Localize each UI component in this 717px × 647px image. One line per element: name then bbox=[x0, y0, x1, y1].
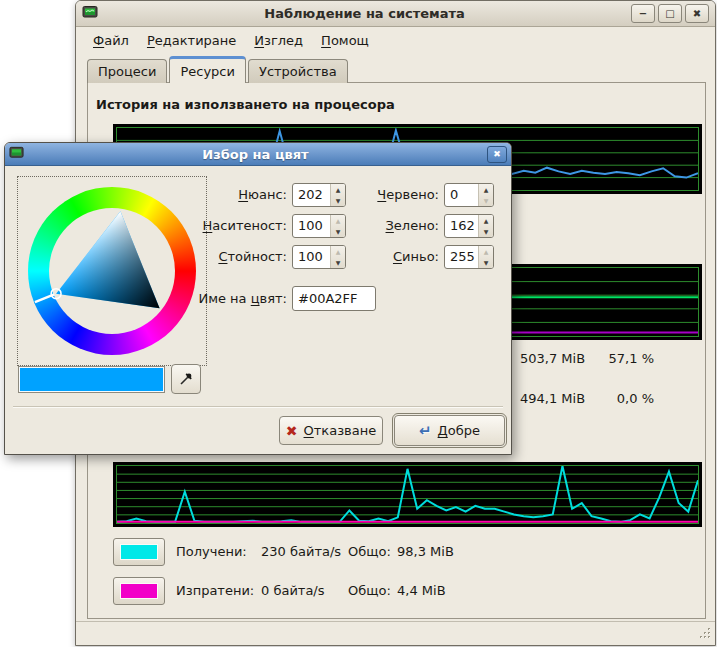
received-total: 98,3 MiB bbox=[397, 538, 454, 566]
menu-view[interactable]: Изглед bbox=[245, 30, 312, 51]
tabbar: Процеси Ресурси Устройства bbox=[87, 56, 350, 83]
close-button[interactable]: ✖ bbox=[685, 4, 709, 23]
maximize-button[interactable]: □ bbox=[658, 4, 682, 23]
sent-total: 4,4 MiB bbox=[397, 577, 446, 605]
swap-used-percent: 0,0 % bbox=[584, 391, 654, 406]
swap-legend-row: 494,1 MiB 0,0 % bbox=[520, 391, 660, 409]
eyedropper-button[interactable] bbox=[171, 364, 201, 394]
value-value[interactable]: 100 bbox=[293, 246, 330, 268]
maximize-icon: □ bbox=[665, 8, 674, 19]
cancel-x-icon: ✖ bbox=[286, 423, 298, 439]
tab-resources[interactable]: Ресурси bbox=[169, 56, 246, 83]
memory-used-value: 503,7 MiB bbox=[520, 351, 585, 366]
sent-color-button[interactable] bbox=[113, 577, 165, 605]
minimize-button[interactable]: − bbox=[631, 4, 655, 23]
ok-return-arrow-icon: ↵ bbox=[419, 422, 432, 440]
cpu-section-title: История на използването на процесора bbox=[96, 97, 395, 112]
network-history-chart bbox=[113, 462, 702, 527]
memory-legend-row: 503,7 MiB 57,1 % bbox=[520, 351, 660, 369]
red-label: Червено: bbox=[335, 187, 439, 204]
color-name-label: Име на цвят: bbox=[155, 291, 287, 308]
color-name-input[interactable] bbox=[292, 286, 376, 311]
value-label: Стойност: bbox=[175, 249, 287, 266]
green-value[interactable]: 162 bbox=[445, 215, 478, 237]
color-picker-dialog: Избор на цвят ✖ bbox=[4, 142, 512, 455]
memory-used-percent: 57,1 % bbox=[584, 351, 654, 366]
cancel-button[interactable]: ✖ Отказване bbox=[279, 416, 383, 445]
sent-color-swatch bbox=[120, 583, 158, 599]
menu-help[interactable]: Помощ bbox=[312, 30, 378, 51]
sent-label: Изпратени: bbox=[176, 577, 254, 605]
received-rate: 230 байта/s bbox=[261, 538, 341, 566]
ok-button[interactable]: ↵ Добре bbox=[394, 415, 505, 446]
menu-file[interactable]: Файл bbox=[84, 30, 138, 51]
swap-used-value: 494,1 MiB bbox=[520, 391, 585, 406]
network-sent-row: Изпратени: 0 байта/s Общо: 4,4 MiB bbox=[88, 577, 707, 605]
received-color-swatch bbox=[120, 544, 158, 560]
red-spinner[interactable]: 0 ▲ ▼ bbox=[444, 183, 494, 207]
blue-value[interactable]: 255 bbox=[445, 246, 478, 268]
color-wheel[interactable] bbox=[17, 176, 207, 366]
green-spin-down-icon[interactable]: ▼ bbox=[479, 226, 493, 237]
ok-button-label: Добре bbox=[438, 423, 480, 438]
green-label: Зелено: bbox=[335, 218, 439, 235]
dialog-app-icon bbox=[9, 145, 24, 163]
main-window-titlebar[interactable]: Наблюдение на системата − □ ✖ bbox=[76, 1, 715, 27]
statusbar bbox=[76, 621, 715, 646]
dialog-close-icon: ✖ bbox=[493, 149, 501, 159]
green-spin-up-icon[interactable]: ▲ bbox=[479, 215, 493, 226]
blue-spinner[interactable]: 255 ▲ ▼ bbox=[444, 245, 494, 269]
tab-devices[interactable]: Устройства bbox=[248, 59, 348, 83]
blue-spin-down-icon[interactable]: ▼ bbox=[479, 257, 493, 268]
blue-spin-up-icon[interactable]: ▲ bbox=[479, 246, 493, 257]
dialog-titlebar[interactable]: Избор на цвят ✖ bbox=[5, 143, 511, 166]
dialog-title: Избор на цвят bbox=[28, 147, 483, 162]
close-icon: ✖ bbox=[693, 8, 701, 19]
eyedropper-icon bbox=[178, 371, 194, 387]
green-spinner[interactable]: 162 ▲ ▼ bbox=[444, 214, 494, 238]
red-value[interactable]: 0 bbox=[445, 184, 478, 206]
saturation-label: Наситеност: bbox=[175, 218, 287, 235]
red-spin-down-icon[interactable]: ▼ bbox=[479, 195, 493, 206]
cancel-button-label: Отказване bbox=[304, 423, 377, 438]
menu-edit[interactable]: Редактиране bbox=[138, 30, 245, 51]
saturation-value-triangle[interactable] bbox=[18, 177, 206, 365]
blue-label: Синьо: bbox=[335, 249, 439, 266]
sent-rate: 0 байта/s bbox=[261, 577, 325, 605]
network-received-row: Получени: 230 байта/s Общо: 98,3 MiB bbox=[88, 538, 707, 566]
menubar: Файл Редактиране Изглед Помощ bbox=[76, 28, 715, 53]
tab-processes[interactable]: Процеси bbox=[87, 59, 167, 83]
system-monitor-app-icon bbox=[82, 4, 98, 23]
selected-color-preview bbox=[18, 366, 165, 393]
sent-total-label: Общо: bbox=[348, 577, 391, 605]
dialog-separator bbox=[13, 406, 503, 408]
dialog-close-button[interactable]: ✖ bbox=[487, 146, 507, 163]
red-spin-up-icon[interactable]: ▲ bbox=[479, 184, 493, 195]
saturation-value[interactable]: 100 bbox=[293, 215, 330, 237]
received-total-label: Общо: bbox=[348, 538, 391, 566]
received-label: Получени: bbox=[176, 538, 247, 566]
resize-grip-icon[interactable] bbox=[698, 626, 712, 643]
hue-value[interactable]: 202 bbox=[293, 184, 330, 206]
received-color-button[interactable] bbox=[113, 538, 165, 566]
main-window-title: Наблюдение на системата bbox=[102, 6, 627, 21]
hue-label: Нюанс: bbox=[175, 187, 287, 204]
minimize-icon: − bbox=[639, 8, 647, 19]
